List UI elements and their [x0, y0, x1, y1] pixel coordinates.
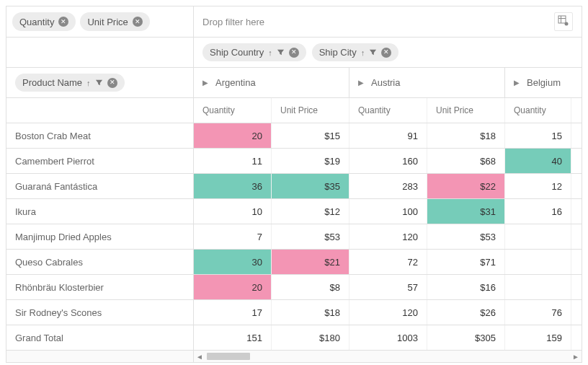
chip-product-name[interactable]: Product Name ↑ ✕: [15, 74, 125, 92]
data-cell[interactable]: $180: [272, 325, 349, 350]
data-cell[interactable]: 20: [194, 275, 272, 299]
table-row: Boston Crab Meat20$1591$1815: [6, 123, 582, 148]
row-header[interactable]: Rhönbräu Klosterbier: [6, 275, 194, 299]
filter-drop-area[interactable]: Drop filter here: [194, 6, 582, 38]
expand-icon[interactable]: ▶: [358, 79, 364, 87]
data-cell[interactable]: [505, 275, 571, 299]
data-cell[interactable]: 120: [349, 224, 427, 249]
table-row: Manjimup Dried Apples7$53120$53: [6, 224, 582, 249]
close-icon[interactable]: ✕: [133, 17, 143, 27]
table-row: Guaraná Fantástica36$35283$2212: [6, 173, 582, 198]
data-cell[interactable]: 100: [349, 199, 427, 224]
blank-corner: [6, 38, 194, 67]
data-cell[interactable]: 91: [349, 123, 427, 148]
chip-label: Ship Country: [210, 47, 264, 58]
blank-cell: [6, 98, 194, 123]
data-cell[interactable]: 283: [349, 174, 427, 198]
table-row: Sir Rodney's Scones17$18120$2676: [6, 299, 582, 325]
data-cell[interactable]: 159: [505, 325, 571, 350]
field-chooser-icon[interactable]: [554, 12, 573, 31]
close-icon[interactable]: ✕: [381, 48, 391, 58]
data-cell[interactable]: $21: [272, 250, 349, 274]
data-cell[interactable]: 12: [505, 174, 571, 198]
column-header[interactable]: ▶Argentina: [194, 68, 349, 97]
country-label: Argentina: [215, 77, 256, 88]
data-cell[interactable]: 76: [505, 300, 571, 325]
expand-icon[interactable]: ▶: [202, 79, 208, 87]
row-header[interactable]: Queso Cabrales: [6, 250, 194, 274]
svg-rect-0: [558, 16, 566, 23]
chip-unit-price[interactable]: Unit Price ✕: [80, 12, 149, 31]
row-header[interactable]: Manjimup Dried Apples: [6, 224, 194, 249]
sort-asc-icon[interactable]: ↑: [268, 48, 272, 57]
data-cell[interactable]: 57: [349, 275, 427, 299]
data-cell[interactable]: $22: [427, 174, 505, 198]
filter-icon[interactable]: [369, 48, 377, 56]
sort-asc-icon[interactable]: ↑: [361, 48, 365, 57]
data-cell[interactable]: $26: [427, 300, 505, 325]
data-cell[interactable]: $35: [272, 174, 349, 198]
data-cell[interactable]: 15: [505, 123, 571, 148]
row-header[interactable]: Camembert Pierrot: [6, 149, 194, 173]
data-cell[interactable]: 11: [194, 149, 272, 173]
chip-label: Product Name: [22, 77, 82, 88]
data-cell[interactable]: $305: [427, 325, 505, 350]
data-cell[interactable]: $53: [427, 224, 505, 249]
sort-asc-icon[interactable]: ↑: [86, 79, 91, 87]
data-cell[interactable]: $18: [427, 123, 505, 148]
scroll-left-icon[interactable]: ◄: [194, 353, 205, 361]
data-cell[interactable]: 10: [194, 199, 272, 224]
row-field-area[interactable]: Product Name ↑ ✕: [6, 68, 194, 97]
data-cell[interactable]: $16: [427, 275, 505, 299]
close-icon[interactable]: ✕: [58, 17, 68, 27]
data-cell[interactable]: 16: [505, 199, 571, 224]
column-header[interactable]: ▶Austria: [349, 68, 505, 97]
data-cell[interactable]: 36: [194, 174, 272, 198]
filter-icon[interactable]: [277, 48, 285, 56]
scroll-thumb[interactable]: [207, 353, 250, 360]
data-cell[interactable]: $8: [272, 275, 349, 299]
data-cell[interactable]: $18: [272, 300, 349, 325]
data-cell[interactable]: 7: [194, 224, 272, 249]
measure-header: Quantity: [349, 98, 427, 123]
data-cell[interactable]: 20: [194, 123, 272, 148]
chip-quantity[interactable]: Quantity ✕: [12, 12, 76, 31]
close-icon[interactable]: ✕: [107, 78, 117, 88]
data-field-area[interactable]: Quantity ✕ Unit Price ✕: [6, 6, 194, 38]
filter-icon[interactable]: [95, 79, 103, 87]
data-cell[interactable]: 1003: [349, 325, 427, 350]
chip-ship-city[interactable]: Ship City ↑ ✕: [312, 43, 399, 61]
data-cell[interactable]: [505, 250, 571, 274]
data-cell[interactable]: $68: [427, 149, 505, 173]
column-header[interactable]: ▶Belgium: [505, 68, 571, 97]
data-cell[interactable]: $31: [427, 199, 505, 224]
data-cell[interactable]: 40: [505, 149, 571, 173]
close-icon[interactable]: ✕: [289, 48, 299, 58]
data-cell[interactable]: 120: [349, 300, 427, 325]
data-cell[interactable]: $19: [272, 149, 349, 173]
country-label: Austria: [371, 77, 400, 88]
row-header[interactable]: Grand Total: [6, 325, 194, 350]
data-cell[interactable]: 17: [194, 300, 272, 325]
column-field-area[interactable]: Ship Country ↑ ✕ Ship City ↑ ✕: [194, 38, 582, 67]
expand-icon[interactable]: ▶: [514, 79, 520, 87]
data-cell[interactable]: [505, 224, 571, 249]
row-header[interactable]: Ikura: [6, 199, 194, 224]
row-header[interactable]: Boston Crab Meat: [6, 123, 194, 148]
scroll-right-icon[interactable]: ►: [570, 353, 582, 361]
data-cell[interactable]: 72: [349, 250, 427, 274]
chip-label: Quantity: [19, 17, 54, 27]
data-cell[interactable]: $12: [272, 199, 349, 224]
column-headers: ▶Argentina▶Austria▶Belgium: [194, 68, 582, 97]
row-header[interactable]: Sir Rodney's Scones: [6, 300, 194, 325]
measure-header: Quantity: [194, 98, 272, 123]
data-cell[interactable]: $53: [272, 224, 349, 249]
data-cell[interactable]: $15: [272, 123, 349, 148]
horizontal-scrollbar[interactable]: ◄ ►: [6, 350, 582, 362]
chip-ship-country[interactable]: Ship Country ↑ ✕: [202, 43, 306, 61]
data-cell[interactable]: 30: [194, 250, 272, 274]
data-cell[interactable]: 160: [349, 149, 427, 173]
data-cell[interactable]: 151: [194, 325, 272, 350]
data-cell[interactable]: $71: [427, 250, 505, 274]
row-header[interactable]: Guaraná Fantástica: [6, 174, 194, 198]
